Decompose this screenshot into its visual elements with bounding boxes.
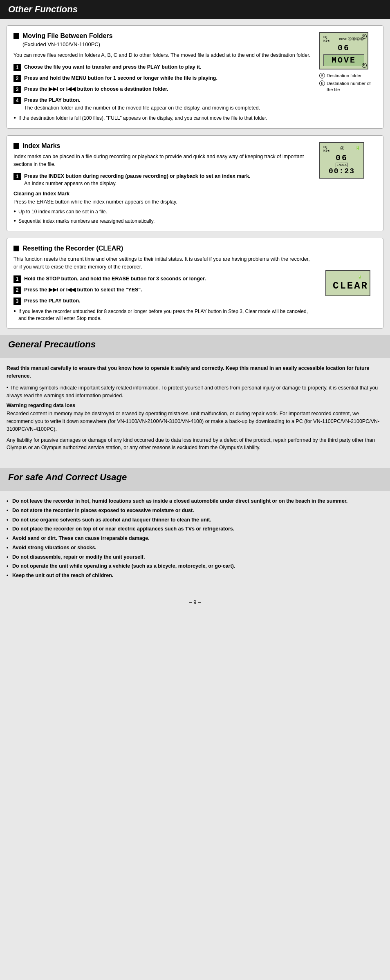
step-3: 3 Press the ▶▶I or I◀◀ button to choose … <box>13 85 314 93</box>
index-step-text-1: Press the INDEX button during recording … <box>24 172 251 188</box>
title-block-icon-2 <box>13 143 19 149</box>
caption-a: a Destination folder <box>319 73 377 79</box>
reset-step-num-3: 3 <box>13 298 21 305</box>
warning-body2: Any liability for passive damages or dam… <box>7 436 383 452</box>
reset-step-num-1: 1 <box>13 275 21 283</box>
index-lcd-display: HQ HI◀ Ⓐ 🔋 06 INDEX 00:23 <box>319 142 364 179</box>
clear-lcd-display: 🔋 CLEAR <box>325 270 370 296</box>
resetting-title: Resetting the Recorder (CLEAR) <box>13 245 314 252</box>
page-title: Other Functions <box>8 4 382 15</box>
move-lcd-display: HQ HI◀ MOVE ⒶⒷⒸⒹ a 06 MOVE <box>319 32 368 69</box>
index-step-num-1: 1 <box>13 173 21 180</box>
index-marks-intro: Index marks can be placed in a file duri… <box>13 153 314 168</box>
reset-step-2: 2 Press the ▶▶I or I◀◀ button to select … <box>13 286 314 294</box>
reset-step-text-1: Hold the STOP button, and hold the ERASE… <box>24 275 206 283</box>
safe-item-1: Do not leave the recorder in hot, humid … <box>7 497 383 505</box>
index-marks-section: Index Marks Index marks can be placed in… <box>7 135 383 231</box>
safe-usage-title: For safe And Correct Usage <box>8 472 382 483</box>
reset-note: If you leave the recorder untouched for … <box>13 308 314 322</box>
title-block-icon-3 <box>13 246 19 251</box>
step-text-2: Press and hold the MENU button for 1 sec… <box>24 74 217 82</box>
safe-item-3: Do not use organic solvents such as alco… <box>7 516 383 524</box>
move-text-display: MOVE <box>324 56 364 65</box>
reset-step-1: 1 Hold the STOP button, and hold the ERA… <box>13 275 314 283</box>
safe-item-6: Avoid strong vibrations or shocks. <box>7 544 383 552</box>
moving-files-title: Moving File Between Folders <box>13 32 314 40</box>
resetting-section: Resetting the Recorder (CLEAR) This func… <box>7 238 383 329</box>
step-text-1: Choose the file you want to transfer and… <box>24 63 201 71</box>
clearing-section: Clearing an Index Mark Press the ERASE b… <box>13 191 314 206</box>
index-note-1: Up to 10 index marks can be set in a fil… <box>13 208 314 215</box>
safe-item-4: Do not place the recorder on top of or n… <box>7 525 383 533</box>
general-precautions-header: General Precautions <box>0 335 390 358</box>
step-num-2: 2 <box>13 75 21 82</box>
step-1: 1 Choose the file you want to transfer a… <box>13 63 314 71</box>
lcd-captions: a Destination folder b Destination numbe… <box>319 73 377 93</box>
reset-step-text-2: Press the ▶▶I or I◀◀ button to select th… <box>24 286 142 294</box>
moving-files-intro: You can move files recorded in folders A… <box>13 51 314 59</box>
clear-lcd-area: 🔋 CLEAR <box>319 245 377 322</box>
move-lcd-wrapper: HQ HI◀ MOVE ⒶⒷⒸⒹ a 06 MOVE <box>319 32 368 71</box>
general-precautions-wrapper: General Precautions Read this manual car… <box>0 335 390 461</box>
step-4: 4 Press the PLAY button. The destination… <box>13 96 314 112</box>
reset-step-num-2: 2 <box>13 286 21 294</box>
warning-title: Warning regarding data loss <box>7 403 383 408</box>
step-text-3: Press the ▶▶I or I◀◀ button to choose a … <box>24 85 168 93</box>
safe-item-8: Do not operate the unit while operating … <box>7 562 383 570</box>
clearing-text: Press the ERASE button while the index n… <box>13 198 314 206</box>
index-note-2: Sequential index marks numbers are reass… <box>13 218 314 225</box>
index-lcd-area: HQ HI◀ Ⓐ 🔋 06 INDEX 00:23 <box>319 142 377 224</box>
reset-step-text-3: Press the PLAY button. <box>24 297 81 305</box>
safe-item-7: Do not disassemble, repair or modify the… <box>7 553 383 561</box>
moving-files-note: If the destination folder is full (100 f… <box>13 115 314 122</box>
page-footer: – 9 – <box>0 594 390 610</box>
page-header: Other Functions <box>0 0 390 19</box>
caption-b: b Destination number of the file <box>319 81 377 93</box>
moving-files-section: Moving File Between Folders (Excluded VN… <box>7 25 383 129</box>
moving-files-subtitle: (Excluded VN-1100/VN-1100PC) <box>22 41 314 47</box>
precautions-intro: Read this manual carefully to ensure tha… <box>7 365 383 380</box>
moving-files-lcd-area: HQ HI◀ MOVE ⒶⒷⒸⒹ a 06 MOVE <box>319 32 377 122</box>
reset-step-3: 3 Press the PLAY button. <box>13 297 314 305</box>
safe-usage-header: For safe And Correct Usage <box>0 468 390 491</box>
safe-usage-wrapper: For safe And Correct Usage Do not leave … <box>0 468 390 588</box>
warning-body: Recorded content in memory may be destro… <box>7 410 383 433</box>
index-marks-title: Index Marks <box>13 142 314 150</box>
page-number: – 9 – <box>189 599 201 605</box>
step-num-1: 1 <box>13 64 21 71</box>
clearing-title: Clearing an Index Mark <box>13 191 314 197</box>
precautions-body1: • The warning symbols indicate important… <box>7 384 383 400</box>
safe-list: Do not leave the recorder in hot, humid … <box>7 497 383 579</box>
index-step-1: 1 Press the INDEX button during recordin… <box>13 172 314 188</box>
safe-usage-content: Do not leave the recorder in hot, humid … <box>0 491 390 588</box>
step-text-4: Press the PLAY button. The destination f… <box>24 96 260 112</box>
safe-item-5: Avoid sand or dirt. These can cause irre… <box>7 535 383 542</box>
general-precautions-title: General Precautions <box>8 339 382 350</box>
battery-clear: 🔋 <box>333 275 363 279</box>
index-label: INDEX <box>336 163 348 167</box>
battery-icon: 🔋 <box>355 145 360 153</box>
title-block-icon <box>13 33 19 39</box>
resetting-intro: This function resets the current time an… <box>13 255 314 271</box>
step-2: 2 Press and hold the MENU button for 1 s… <box>13 74 314 82</box>
safe-item-9: Keep the unit out of the reach of childr… <box>7 572 383 579</box>
step-num-3: 3 <box>13 86 21 93</box>
step-num-4: 4 <box>13 97 21 104</box>
safe-item-2: Do not store the recorder in places expo… <box>7 507 383 515</box>
general-precautions-content: Read this manual carefully to ensure tha… <box>0 358 390 461</box>
